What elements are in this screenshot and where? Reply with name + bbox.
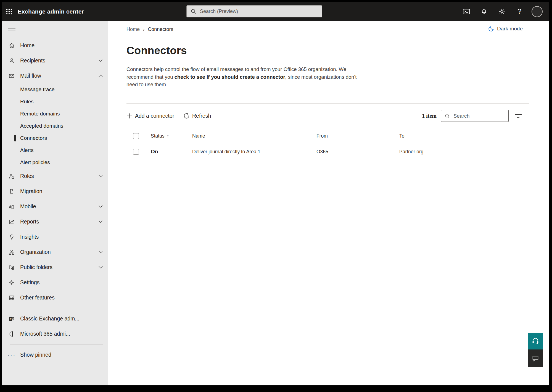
sidebar-item-alerts[interactable]: Alerts: [2, 144, 108, 156]
avatar: [532, 6, 543, 17]
breadcrumb-current: Connectors: [148, 27, 173, 32]
refresh-icon: [184, 113, 189, 119]
app-window: Exchange admin center Search (Preview): [2, 2, 549, 385]
list-search-input[interactable]: Search: [441, 110, 509, 122]
sidebar-item-connectors[interactable]: Connectors: [2, 132, 108, 144]
notifications-button[interactable]: [475, 2, 493, 21]
filter-icon: [515, 113, 522, 119]
sidebar-item-show-pinned[interactable]: ··· Show pinned: [2, 347, 108, 362]
floating-buttons: [528, 333, 543, 367]
sidebar-item-label: Recipients: [20, 57, 45, 64]
sidebar-item-reports[interactable]: Reports: [2, 214, 108, 229]
sidebar-item-label: Insights: [20, 234, 39, 240]
feedback-chat-icon: [532, 354, 539, 362]
sidebar-item-rules[interactable]: Rules: [2, 96, 108, 108]
refresh-button[interactable]: Refresh: [184, 113, 211, 119]
sidebar-item-label: Settings: [20, 279, 39, 286]
bell-icon: [481, 8, 487, 15]
help-button[interactable]: ?: [511, 2, 528, 21]
breadcrumb-home-link[interactable]: Home: [126, 27, 140, 32]
powershell-button[interactable]: [458, 2, 475, 21]
settings-button[interactable]: [493, 2, 511, 21]
chevron-down-icon: [99, 251, 103, 253]
sidebar-item-label: Migration: [20, 188, 42, 194]
dark-mode-toggle[interactable]: Dark mode: [485, 26, 523, 32]
org-chart-icon: [9, 249, 15, 255]
sidebar-item-label: Organization: [20, 249, 51, 255]
sidebar-item-migration[interactable]: Migration: [2, 184, 108, 199]
sidebar-divider: [10, 308, 103, 308]
add-connector-button[interactable]: Add a connector: [126, 113, 174, 119]
connector-status: On: [151, 149, 158, 155]
roles-icon: [9, 173, 15, 179]
chevron-down-icon: [99, 59, 103, 62]
lightbulb-icon: [9, 234, 15, 240]
sidebar-item-accepted-domains[interactable]: Accepted domains: [2, 120, 108, 132]
chevron-down-icon: [99, 175, 103, 177]
ellipsis-icon: ···: [9, 352, 15, 358]
sidebar-item-label: Show pinned: [20, 352, 51, 358]
mail-icon: [9, 73, 15, 79]
sidebar-item-mail-flow[interactable]: Mail flow: [2, 68, 108, 83]
gear-icon: [9, 280, 15, 286]
sidebar-item-settings[interactable]: Settings: [2, 275, 108, 290]
sidebar-item-insights[interactable]: Insights: [2, 229, 108, 244]
reports-icon: [9, 219, 15, 225]
page-title: Connectors: [126, 44, 549, 57]
migration-icon: [9, 188, 15, 194]
account-button[interactable]: [528, 2, 546, 21]
sidebar-item-roles[interactable]: Roles: [2, 169, 108, 184]
support-button[interactable]: [528, 333, 543, 349]
sidebar-item-organization[interactable]: Organization: [2, 244, 108, 260]
sidebar-item-home[interactable]: Home: [2, 38, 108, 53]
public-folder-icon: [9, 264, 15, 270]
sidebar-item-label: Public folders: [20, 264, 52, 270]
column-header-to[interactable]: To: [399, 133, 529, 139]
global-search-input[interactable]: Search (Preview): [186, 5, 322, 17]
sidebar-item-remote-domains[interactable]: Remote domains: [2, 108, 108, 120]
home-icon: [9, 43, 15, 49]
moon-icon: [488, 26, 494, 32]
sidebar-item-label: Classic Exchange adm...: [20, 315, 80, 322]
sidebar-item-classic-exchange[interactable]: E Classic Exchange adm...: [2, 311, 108, 326]
table-grid-icon: [9, 295, 15, 301]
sidebar-item-label: Other features: [20, 294, 55, 301]
column-header-from[interactable]: From: [316, 133, 399, 139]
app-launcher-button[interactable]: [2, 2, 16, 21]
chevron-down-icon: [99, 205, 103, 208]
connector-name[interactable]: Deliver journal directly to Area 1: [192, 149, 316, 155]
global-search-placeholder: Search (Preview): [200, 9, 238, 14]
select-all-checkbox[interactable]: [133, 133, 139, 139]
sidebar-item-label: Mobile: [20, 203, 36, 210]
connector-from: O365: [316, 149, 399, 155]
column-header-name[interactable]: Name: [192, 133, 316, 139]
sidebar-item-public-folders[interactable]: Public folders: [2, 260, 108, 275]
collapse-nav-button[interactable]: [2, 25, 108, 36]
page-description: Connectors help control the flow of emai…: [126, 65, 361, 88]
item-count: 1 item: [422, 113, 437, 119]
gear-icon: [498, 8, 505, 15]
sidebar-item-microsoft365[interactable]: Microsoft 365 admi...: [2, 326, 108, 341]
row-checkbox[interactable]: [133, 149, 139, 155]
list-toolbar: Add a connector Refresh 1 item: [126, 104, 529, 128]
chevron-up-icon: [99, 75, 103, 77]
sidebar-item-label: Roles: [20, 173, 34, 179]
column-header-status[interactable]: Status: [151, 133, 165, 139]
table-row[interactable]: On Deliver journal directly to Area 1 O3…: [126, 144, 529, 160]
sidebar-item-alert-policies[interactable]: Alert policies: [2, 156, 108, 169]
feedback-button[interactable]: [528, 349, 543, 367]
sidebar-item-recipients[interactable]: Recipients: [2, 53, 108, 68]
sidebar-item-label: Microsoft 365 admi...: [20, 331, 70, 337]
sidebar-item-message-trace[interactable]: Message trace: [2, 83, 108, 96]
mobile-icon: [9, 204, 15, 210]
sidebar-item-label: Mail flow: [20, 73, 41, 79]
sidebar-item-mobile[interactable]: Mobile: [2, 199, 108, 214]
sort-filter-button[interactable]: [515, 113, 522, 119]
sidebar-item-other-features[interactable]: Other features: [2, 290, 108, 305]
waffle-icon: [6, 8, 12, 15]
chevron-down-icon: [99, 220, 103, 223]
create-connector-link[interactable]: check to see if you should create a conn…: [175, 74, 285, 80]
dark-mode-label: Dark mode: [497, 26, 523, 32]
add-connector-label: Add a connector: [135, 113, 174, 119]
sidebar-divider: [10, 344, 103, 344]
